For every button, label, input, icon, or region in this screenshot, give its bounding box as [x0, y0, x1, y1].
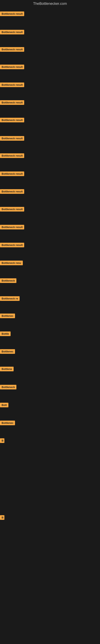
bottleneck-item-19: Bottle: [0, 332, 11, 337]
bottleneck-item-26: B: [0, 515, 4, 521]
bottleneck-item-1: Bottleneck result: [0, 12, 24, 17]
bottleneck-item-22: Bottleneck: [0, 385, 16, 390]
bottleneck-badge-19: Bottle: [0, 332, 11, 336]
bottleneck-badge-3: Bottleneck result: [0, 47, 24, 52]
bottleneck-item-23: Bott: [0, 403, 8, 408]
bottleneck-badge-24: Bottlenec: [0, 420, 15, 425]
bottleneck-badge-11: Bottleneck result: [0, 189, 24, 194]
bottleneck-badge-2: Bottleneck result: [0, 30, 24, 34]
bottleneck-badge-5: Bottleneck result: [0, 82, 24, 87]
bottleneck-badge-25: B: [0, 438, 4, 443]
bottleneck-item-5: Bottleneck result: [0, 82, 24, 88]
bottleneck-badge-7: Bottleneck result: [0, 118, 24, 122]
bottleneck-item-7: Bottleneck result: [0, 118, 24, 123]
bottleneck-badge-23: Bott: [0, 403, 8, 407]
bottleneck-badge-8: Bottleneck result: [0, 136, 24, 141]
bottleneck-badge-10: Bottleneck result: [0, 172, 24, 176]
bottleneck-item-3: Bottleneck result: [0, 47, 24, 52]
bottleneck-item-12: Bottleneck result: [0, 207, 24, 212]
bottleneck-item-10: Bottleneck result: [0, 172, 24, 177]
bottleneck-badge-13: Bottleneck result: [0, 225, 24, 230]
bottleneck-badge-6: Bottleneck result: [0, 100, 24, 105]
bottleneck-item-20: Bottlenec: [0, 349, 15, 354]
bottleneck-item-18: Bottlenec: [0, 314, 15, 319]
bottleneck-badge-9: Bottleneck result: [0, 153, 24, 158]
bottleneck-badge-21: Bottlene: [0, 367, 14, 371]
bottleneck-badge-4: Bottleneck result: [0, 64, 24, 69]
bottleneck-badge-20: Bottlenec: [0, 349, 15, 354]
site-title: TheBottlenecker.com: [0, 0, 100, 8]
bottleneck-badge-18: Bottlenec: [0, 314, 15, 318]
bottleneck-item-4: Bottleneck result: [0, 64, 24, 70]
bottleneck-item-21: Bottlene: [0, 367, 14, 372]
bottleneck-badge-26: B: [0, 515, 4, 520]
bottleneck-badge-16: Bottleneck: [0, 278, 16, 283]
bottleneck-badge-22: Bottleneck: [0, 385, 16, 390]
bottleneck-badge-17: Bottleneck re: [0, 296, 20, 301]
bottleneck-item-16: Bottleneck: [0, 278, 16, 284]
bottleneck-badge-15: Bottleneck resu: [0, 260, 23, 265]
bottleneck-item-17: Bottleneck re: [0, 296, 20, 302]
bottleneck-badge-14: Bottleneck result: [0, 243, 24, 247]
bottleneck-item-11: Bottleneck result: [0, 189, 24, 194]
bottleneck-item-13: Bottleneck result: [0, 225, 24, 230]
bottleneck-item-24: Bottlenec: [0, 420, 15, 426]
bottleneck-badge-12: Bottleneck result: [0, 207, 24, 212]
bottleneck-item-14: Bottleneck result: [0, 243, 24, 248]
bottleneck-item-9: Bottleneck result: [0, 153, 24, 159]
bottleneck-item-25: B: [0, 438, 4, 444]
bottleneck-item-15: Bottleneck resu: [0, 260, 23, 266]
bottleneck-item-6: Bottleneck result: [0, 100, 24, 106]
bottleneck-item-2: Bottleneck result: [0, 30, 24, 35]
bottleneck-badge-1: Bottleneck result: [0, 12, 24, 16]
bottleneck-item-8: Bottleneck result: [0, 136, 24, 142]
